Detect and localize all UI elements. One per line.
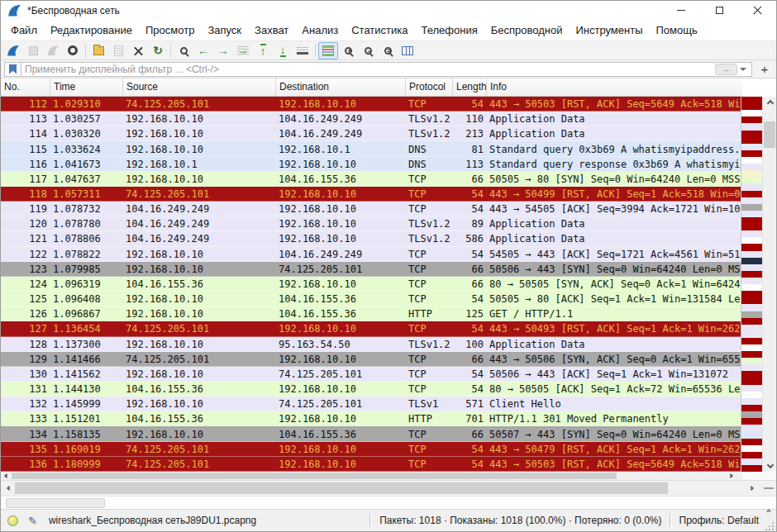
filter-bookmark-button[interactable] <box>4 62 21 77</box>
hscrollbar-track[interactable] <box>1 472 742 480</box>
menu-item-10[interactable]: Помощь <box>650 21 704 39</box>
packet-row[interactable]: 1251.096408192.168.10.10104.16.155.36TCP… <box>1 292 741 306</box>
packet-row[interactable]: 1221.078822192.168.10.10104.16.249.249TC… <box>1 247 741 262</box>
cell-destination: 192.168.10.10 <box>276 98 406 110</box>
packet-row[interactable]: 1151.033624192.168.10.10192.168.10.1DNS8… <box>1 141 741 156</box>
add-filter-button[interactable]: + <box>756 62 773 77</box>
filter-history-dropdown[interactable] <box>737 63 749 76</box>
scroll-down-button[interactable] <box>763 459 777 471</box>
packet-row[interactable]: 1301.141562192.168.10.1074.125.205.101TC… <box>1 367 741 382</box>
close-file-button[interactable] <box>128 42 148 59</box>
packet-row[interactable]: 1351.16901974.125.205.101192.168.10.10TC… <box>1 442 741 457</box>
hscrollbar-thumb[interactable] <box>12 473 617 479</box>
go-back-button[interactable]: ← <box>193 42 213 59</box>
column-header-protocol[interactable]: Protocol <box>406 78 453 96</box>
menu-item-9[interactable]: Инструменты <box>569 21 649 39</box>
minimap-stripe <box>741 116 762 123</box>
menu-item-7[interactable]: Телефония <box>414 21 484 39</box>
packet-row[interactable]: 1131.030257192.168.10.10104.16.249.249TL… <box>1 112 741 126</box>
packet-row[interactable]: 1181.05731174.125.205.101192.168.10.10TC… <box>1 187 741 202</box>
column-header-time[interactable]: Time <box>50 78 123 96</box>
menu-item-6[interactable]: Статистика <box>345 21 414 39</box>
close-button[interactable] <box>738 1 776 20</box>
packet-row[interactable]: 1341.158135192.168.10.10104.16.155.36TCP… <box>1 426 741 441</box>
vertical-scrollbar[interactable] <box>762 97 776 472</box>
intelligent-scrollbar-minimap[interactable] <box>741 97 762 472</box>
reload-file-button[interactable] <box>148 42 168 59</box>
packet-row[interactable]: 1241.096319104.16.155.36192.168.10.10TCP… <box>1 277 741 292</box>
splitter-handle[interactable] <box>764 487 774 489</box>
packet-row[interactable]: 1261.096867192.168.10.10104.16.155.36HTT… <box>1 306 741 321</box>
apply-filter-button[interactable]: → <box>715 64 737 75</box>
menu-item-0[interactable]: Файл <box>4 21 44 39</box>
scroll-left-button[interactable] <box>2 481 16 496</box>
column-header-source[interactable]: Source <box>123 78 276 96</box>
scroll-up-button[interactable] <box>763 97 777 109</box>
minimap-stripe <box>741 385 762 392</box>
packet-row[interactable]: 1321.145999192.168.10.1074.125.205.101TL… <box>1 397 741 411</box>
packet-row[interactable]: 1211.078806104.16.249.249192.168.10.10TL… <box>1 231 741 246</box>
packet-row[interactable]: 1121.02931074.125.205.101192.168.10.10TC… <box>1 97 741 112</box>
zoom-reset-button[interactable]: = <box>378 42 398 59</box>
packet-row[interactable]: 1231.079985192.168.10.1074.125.205.101TC… <box>1 262 741 277</box>
packet-row[interactable]: 1361.18099974.125.205.101192.168.10.10TC… <box>1 457 741 472</box>
menu-item-5[interactable]: Анализ <box>295 21 345 39</box>
maximize-button[interactable] <box>700 1 738 20</box>
profile-label[interactable]: Профиль: Default <box>679 515 760 526</box>
column-header-destination[interactable]: Destination <box>276 78 406 96</box>
zoom-in-button[interactable]: + <box>338 42 358 59</box>
column-header-length[interactable]: Length <box>453 78 487 96</box>
cell-info: Application Data <box>487 113 585 125</box>
window-hscrollbar[interactable] <box>1 480 776 496</box>
go-last-button[interactable]: ↓ <box>273 42 293 59</box>
packet-row[interactable]: 1331.151201104.16.155.36192.168.10.10HTT… <box>1 411 741 426</box>
stop-capture-button[interactable] <box>23 42 43 59</box>
cell-no: 133 <box>1 413 50 425</box>
start-capture-button[interactable] <box>3 42 23 59</box>
cell-info: 50507 → 443 [SYN] Seq=0 Win=64240 Len=0 … <box>487 429 741 440</box>
scroll-left-button[interactable] <box>1 472 12 480</box>
save-file-button[interactable] <box>108 42 128 59</box>
resize-grip[interactable] <box>764 520 775 531</box>
display-filter-input[interactable] <box>21 64 715 75</box>
menu-item-1[interactable]: Редактирование <box>44 21 139 39</box>
minimap-stripe <box>741 224 762 230</box>
packet-row[interactable]: 1281.137300192.168.10.1095.163.54.50TLSv… <box>1 337 741 352</box>
vertical-scrollbar-thumb[interactable] <box>764 121 775 148</box>
go-to-packet-button[interactable] <box>233 42 253 59</box>
packet-row[interactable]: 1271.13645474.125.205.101192.168.10.10TC… <box>1 321 741 336</box>
capture-options-button[interactable] <box>63 42 83 59</box>
packet-row[interactable]: 1201.078780104.16.249.249192.168.10.10TL… <box>1 216 741 231</box>
packet-row[interactable]: 1161.041673192.168.10.1192.168.10.10DNS1… <box>1 157 741 172</box>
scroll-right-button[interactable] <box>725 472 736 480</box>
packet-row[interactable]: 1291.14146674.125.205.101192.168.10.10TC… <box>1 352 741 367</box>
minimize-button[interactable] <box>662 1 700 20</box>
packet-list-hscrollbar[interactable] <box>1 472 776 480</box>
packet-row[interactable]: 1311.144130104.16.155.36192.168.10.10TCP… <box>1 382 741 397</box>
colorize-button[interactable] <box>318 42 338 59</box>
menu-item-2[interactable]: Просмотр <box>139 21 201 39</box>
capture-comment-icon[interactable]: ✎ <box>28 515 37 527</box>
scroll-right-button[interactable] <box>745 481 758 496</box>
zoom-out-button[interactable]: − <box>358 42 378 59</box>
menu-item-4[interactable]: Захват <box>248 21 295 39</box>
resize-columns-button[interactable] <box>398 42 417 59</box>
window-hscrollbar-thumb[interactable] <box>15 482 668 494</box>
expert-info-icon[interactable] <box>7 515 18 526</box>
pane-scroll-up[interactable] <box>767 501 770 516</box>
open-file-button[interactable] <box>88 42 108 59</box>
column-header-no[interactable]: No. <box>1 78 50 96</box>
packet-row[interactable]: 1191.078732104.16.249.249192.168.10.10TC… <box>1 202 741 216</box>
menu-item-3[interactable]: Запуск <box>201 21 248 39</box>
packet-row[interactable]: 1171.047637192.168.10.10104.16.155.36TCP… <box>1 172 741 187</box>
column-header-info[interactable]: Info <box>487 78 742 96</box>
packet-row[interactable]: 1141.030320192.168.10.10104.16.249.249TL… <box>1 126 741 141</box>
restart-capture-button[interactable] <box>43 42 63 59</box>
go-first-button[interactable]: ↑ <box>253 42 273 59</box>
cell-source: 192.168.10.10 <box>123 249 276 260</box>
find-packet-button[interactable] <box>174 42 193 59</box>
go-forward-button[interactable]: → <box>213 42 233 59</box>
auto-scroll-button[interactable] <box>293 42 312 59</box>
cell-length: 571 <box>453 398 487 410</box>
menu-item-8[interactable]: Беспроводной <box>484 21 570 39</box>
